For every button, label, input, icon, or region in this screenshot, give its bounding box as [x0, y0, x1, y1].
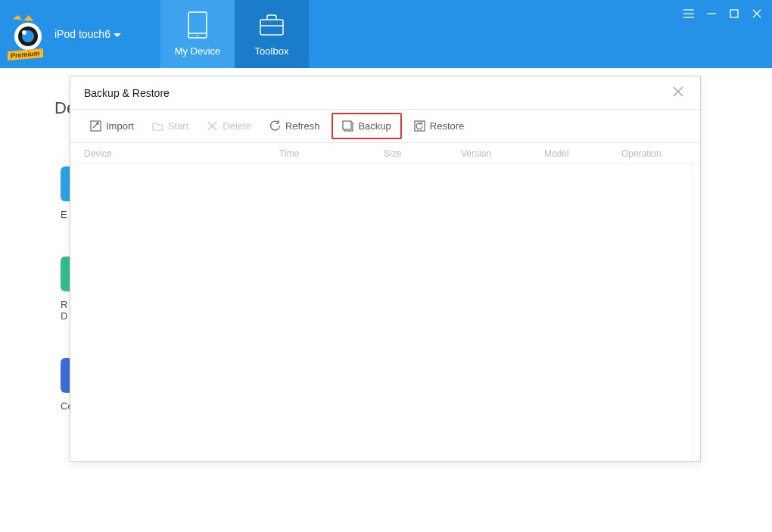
backup-icon [342, 120, 353, 132]
tab-my-device[interactable]: My Device [160, 0, 235, 68]
svg-point-3 [22, 30, 26, 35]
tab-label: Toolbox [255, 45, 289, 57]
restore-icon [414, 120, 425, 132]
device-name-label: iPod touch6 [54, 28, 111, 40]
svg-rect-4 [188, 12, 207, 38]
header-tabs: My Device Toolbox [160, 0, 309, 68]
delete-button: Delete [199, 116, 259, 136]
chevron-down-icon [114, 28, 121, 40]
svg-point-6 [197, 35, 198, 36]
folder-icon [152, 120, 163, 132]
toolbox-icon [259, 12, 285, 38]
premium-badge: Premium [8, 48, 43, 61]
restore-button[interactable]: Restore [406, 116, 472, 136]
refresh-icon [269, 120, 281, 132]
tab-toolbox[interactable]: Toolbox [235, 0, 309, 68]
start-button: Start [145, 116, 196, 136]
dialog-toolbar: Import Start Delete Refresh Backup [70, 110, 700, 143]
maximize-icon[interactable] [728, 8, 740, 20]
refresh-button[interactable]: Refresh [262, 116, 328, 136]
button-label: Restore [430, 120, 465, 132]
button-label: Backup [358, 120, 391, 132]
delete-icon [207, 120, 218, 132]
minimize-icon[interactable] [705, 8, 718, 20]
tab-label: My Device [175, 45, 221, 57]
device-selector[interactable]: iPod touch6 [54, 28, 121, 40]
dialog-header: Backup & Restore [70, 76, 700, 110]
dialog-close-button[interactable] [673, 86, 686, 100]
sidebar-item-label: E [61, 209, 67, 220]
button-label: Delete [223, 120, 251, 132]
column-header-time[interactable]: Time [266, 148, 370, 159]
dialog-title: Backup & Restore [84, 87, 170, 99]
table-body-empty [70, 164, 693, 461]
column-header-model[interactable]: Model [531, 148, 608, 159]
backup-button[interactable]: Backup [332, 113, 401, 139]
column-header-device[interactable]: Device [70, 148, 266, 159]
button-label: Start [168, 120, 188, 132]
button-label: Import [106, 120, 134, 132]
svg-rect-18 [91, 121, 101, 131]
menu-icon[interactable] [683, 8, 695, 20]
column-header-version[interactable]: Version [447, 148, 531, 159]
svg-rect-22 [343, 121, 351, 129]
close-icon[interactable] [751, 8, 763, 20]
window-controls [683, 8, 763, 20]
backup-restore-dialog: Backup & Restore Import Start Delete [70, 76, 701, 462]
app-logo: Premium [9, 15, 47, 53]
brand-area: Premium iPod touch6 [0, 0, 160, 68]
button-label: Refresh [285, 120, 320, 132]
column-header-operation[interactable]: Operation [608, 148, 685, 159]
sidebar-item-label: RD [61, 299, 67, 322]
table-header-row: Device Time Size Version Model Operation [70, 143, 700, 164]
import-button[interactable]: Import [82, 116, 142, 136]
import-icon [90, 120, 101, 132]
column-header-size[interactable]: Size [370, 148, 447, 159]
device-icon [185, 12, 210, 38]
app-header: Premium iPod touch6 My Device [0, 0, 772, 68]
svg-rect-7 [260, 20, 283, 35]
svg-rect-13 [730, 10, 738, 17]
